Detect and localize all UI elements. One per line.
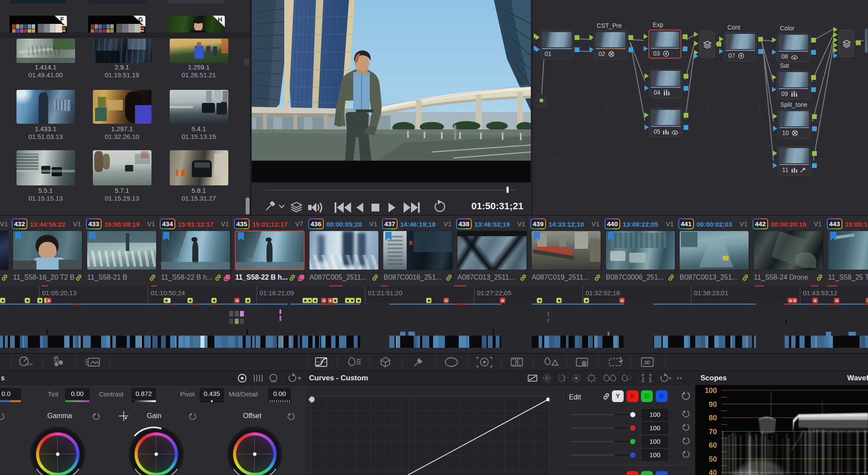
svg-text:H: H xyxy=(218,16,222,23)
svg-text:60: 60 xyxy=(709,441,717,449)
svg-text:LOG: LOG xyxy=(270,380,277,383)
svg-text:80: 80 xyxy=(709,414,717,422)
svg-text:HDR: HDR xyxy=(673,133,677,135)
svg-text:90: 90 xyxy=(709,400,717,409)
svg-text:70: 70 xyxy=(709,428,717,436)
svg-text:100: 100 xyxy=(705,386,717,395)
svg-text:50: 50 xyxy=(709,455,717,463)
svg-text:HDR: HDR xyxy=(792,58,797,60)
svg-text:G: G xyxy=(138,16,143,23)
svg-text:F: F xyxy=(60,16,64,23)
svg-text:40: 40 xyxy=(709,468,717,475)
svg-text:HDR: HDR xyxy=(25,363,33,366)
svg-text:3D: 3D xyxy=(644,360,650,365)
